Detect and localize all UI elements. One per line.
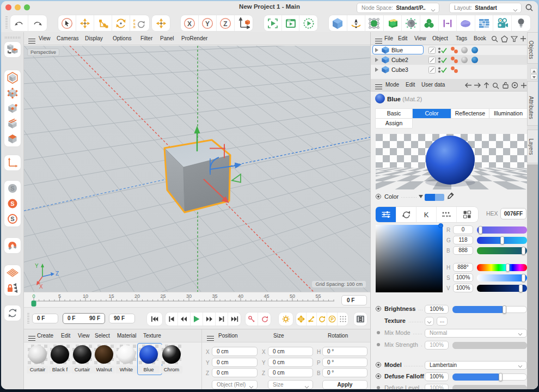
svg-text:S: S: [10, 185, 14, 192]
svg-text:P: P: [330, 316, 334, 322]
svg-text:Z: Z: [56, 271, 59, 277]
svg-text:S: S: [10, 216, 14, 222]
svg-text:Z: Z: [223, 20, 227, 27]
svg-text:R: R: [133, 26, 136, 29]
svg-text:Y: Y: [205, 20, 210, 27]
svg-text:X: X: [187, 20, 192, 27]
svg-text:S: S: [10, 200, 14, 207]
svg-text:Y: Y: [35, 263, 39, 269]
svg-text:X: X: [39, 284, 43, 290]
